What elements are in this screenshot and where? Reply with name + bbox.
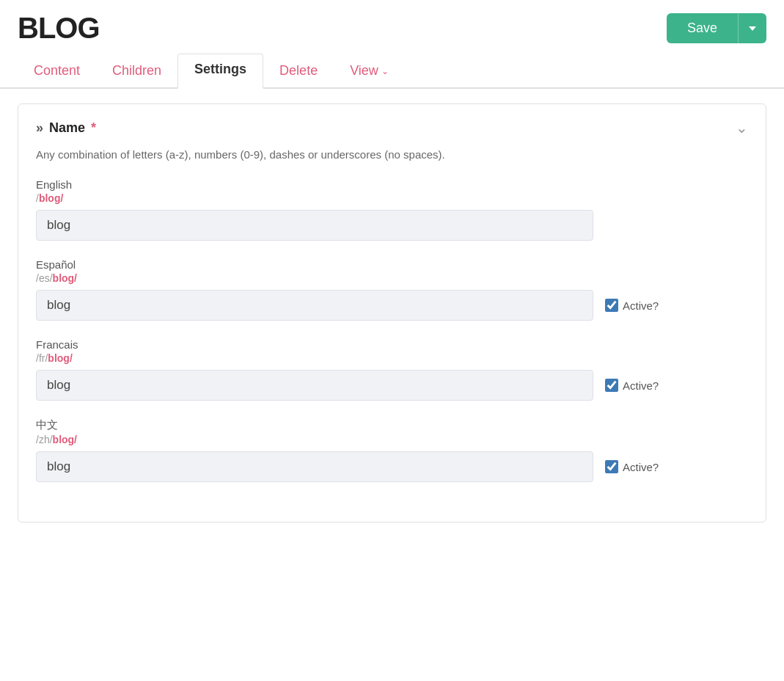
page-title: BLOG [18, 12, 100, 45]
field-row-chinese: Active? [36, 451, 748, 482]
active-label-espanol: Active? [605, 299, 659, 312]
tab-view-label: View [350, 63, 378, 79]
section-header: » Name * ⌄ [36, 119, 748, 136]
active-text-francais: Active? [623, 379, 659, 392]
active-label-chinese: Active? [605, 460, 659, 473]
section-title-text: Name [49, 120, 85, 136]
path-bold-chinese: blog/ [53, 434, 77, 445]
language-label-francais: Francais [36, 338, 748, 351]
path-bold-francais: blog/ [48, 352, 72, 364]
active-checkbox-chinese[interactable] [605, 460, 618, 473]
required-marker: * [91, 120, 96, 136]
section-description: Any combination of letters (a-z), number… [36, 148, 748, 161]
active-text-espanol: Active? [623, 299, 659, 312]
path-prefix-espanol: /es/ [36, 272, 53, 284]
language-block-espanol: Español /es/blog/ Active? [36, 258, 748, 321]
field-row-francais: Active? [36, 370, 748, 401]
input-chinese[interactable] [36, 451, 593, 482]
language-path-espanol: /es/blog/ [36, 272, 748, 284]
path-prefix-francais: /fr/ [36, 352, 48, 364]
page-header: BLOG Save [0, 0, 784, 54]
active-text-chinese: Active? [623, 461, 659, 473]
field-row-english [36, 210, 748, 241]
tab-view[interactable]: View ⌄ [334, 56, 405, 87]
tab-settings[interactable]: Settings [177, 54, 263, 89]
language-label-espanol: Español [36, 258, 748, 271]
language-path-francais: /fr/blog/ [36, 352, 748, 364]
tab-nav: Content Children Settings Delete View ⌄ [0, 54, 784, 89]
path-bold-english: blog/ [39, 192, 63, 204]
active-checkbox-francais[interactable] [605, 379, 618, 392]
language-label-english: English [36, 178, 748, 191]
language-path-english: /blog/ [36, 192, 748, 204]
tab-children[interactable]: Children [96, 56, 177, 87]
input-francais[interactable] [36, 370, 593, 401]
input-espanol[interactable] [36, 290, 593, 321]
field-row-espanol: Active? [36, 290, 748, 321]
section-title: » Name * [36, 120, 96, 136]
path-prefix-chinese: /zh/ [36, 434, 53, 445]
save-button-group: Save [667, 13, 766, 43]
main-content: » Name * ⌄ Any combination of letters (a… [0, 89, 784, 537]
active-checkbox-espanol[interactable] [605, 299, 618, 312]
language-block-francais: Francais /fr/blog/ Active? [36, 338, 748, 401]
language-path-chinese: /zh/blog/ [36, 434, 748, 445]
section-collapse-button[interactable]: ⌄ [736, 119, 748, 136]
save-dropdown-button[interactable] [738, 13, 766, 43]
language-block-chinese: 中文 /zh/blog/ Active? [36, 418, 748, 482]
input-english[interactable] [36, 210, 593, 241]
active-label-francais: Active? [605, 379, 659, 392]
save-button[interactable]: Save [667, 13, 738, 43]
tab-delete[interactable]: Delete [263, 56, 334, 87]
tab-content[interactable]: Content [18, 56, 96, 87]
double-chevron-icon: » [36, 120, 43, 136]
chevron-down-icon: ⌄ [381, 66, 389, 76]
path-bold-espanol: blog/ [53, 272, 77, 284]
settings-section: » Name * ⌄ Any combination of letters (a… [18, 103, 766, 522]
language-block-english: English /blog/ [36, 178, 748, 241]
language-label-chinese: 中文 [36, 418, 748, 432]
